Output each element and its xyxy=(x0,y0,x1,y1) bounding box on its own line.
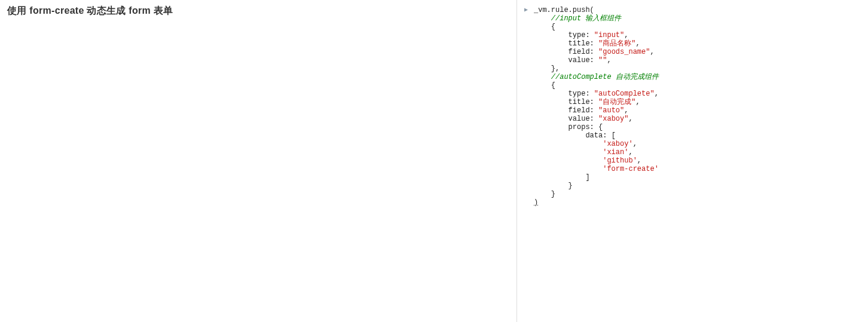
code-token-default: , xyxy=(607,56,611,65)
code-line: }, xyxy=(534,65,860,73)
code-token-default: , xyxy=(635,39,640,48)
code-line: props: { xyxy=(534,123,860,131)
page-title: 使用 form-create 动态生成 form 表单 xyxy=(7,5,509,17)
code-token-default: , xyxy=(624,106,628,115)
code-token-default: title: xyxy=(569,39,598,48)
code-token-default: value: xyxy=(569,56,598,65)
code-line: _vm.rule.push( xyxy=(534,6,860,14)
code-line: ) xyxy=(534,198,860,207)
code-token-default: data: [ xyxy=(585,131,615,140)
code-token-default: type: xyxy=(569,90,594,98)
code-token-string: "autoComplete" xyxy=(594,90,655,98)
code-token-string: "自动完成" xyxy=(598,98,635,106)
code-token-default: { xyxy=(551,23,555,31)
code-token-default: ) xyxy=(534,198,538,207)
code-token-default: , xyxy=(633,140,637,148)
console-panel[interactable]: ▶ _vm.rule.push( //input 输入框组件 { type: "… xyxy=(516,0,868,322)
code-token-comment: //input 输入框组件 xyxy=(551,14,622,23)
code-line: { xyxy=(534,81,860,90)
code-line: //autoComplete 自动完成组件 xyxy=(534,73,860,81)
code-line: value: "", xyxy=(534,56,860,65)
code-token-default: , xyxy=(650,48,654,56)
code-line: title: "自动完成", xyxy=(534,98,860,106)
code-token-default: ] xyxy=(585,173,589,182)
code-token-default: } xyxy=(569,182,573,190)
code-line: ] xyxy=(534,173,860,182)
code-token-default: value: xyxy=(569,115,598,123)
code-token-default: , xyxy=(637,157,641,165)
code-token-string: "goods_name" xyxy=(598,48,650,56)
code-token-string: "xaboy" xyxy=(598,115,628,123)
code-line: field: "goods_name", xyxy=(534,48,860,56)
code-token-default: title: xyxy=(569,98,598,106)
code-token-default: { xyxy=(551,81,555,90)
left-panel: 使用 form-create 动态生成 form 表单 xyxy=(0,0,516,322)
code-line: } xyxy=(534,182,860,190)
code-block: _vm.rule.push( //input 输入框组件 { type: "in… xyxy=(534,6,860,207)
code-token-string: 'xaboy' xyxy=(603,140,632,148)
code-token-default: , xyxy=(635,98,640,106)
code-token-default: , xyxy=(655,90,659,98)
code-token-default: , xyxy=(628,148,632,157)
code-line: 'xaboy', xyxy=(534,140,860,148)
code-line: 'form-create' xyxy=(534,165,860,173)
code-token-default: } xyxy=(551,190,555,198)
code-line: //input 输入框组件 xyxy=(534,14,860,23)
code-line: 'github', xyxy=(534,157,860,165)
code-token-string: 'xian' xyxy=(603,148,628,157)
code-line: field: "auto", xyxy=(534,106,860,115)
code-token-default: props: { xyxy=(569,123,603,131)
code-token-default: , xyxy=(628,115,632,123)
code-token-string: "" xyxy=(598,56,607,65)
code-line: type: "autoComplete", xyxy=(534,90,860,98)
code-token-comment: //autoComplete 自动完成组件 xyxy=(551,73,659,81)
code-line: 'xian', xyxy=(534,148,860,157)
code-line: } xyxy=(534,190,860,198)
code-line: value: "xaboy", xyxy=(534,115,860,123)
code-token-string: 'form-create' xyxy=(603,165,659,173)
code-line: { xyxy=(534,23,860,31)
code-line: type: "input", xyxy=(534,31,860,39)
code-token-string: "auto" xyxy=(598,106,624,115)
code-token-string: "商品名称" xyxy=(598,39,635,48)
code-token-default: field: xyxy=(569,48,598,56)
code-line: title: "商品名称", xyxy=(534,39,860,48)
expand-arrow-icon[interactable]: ▶ xyxy=(524,6,528,14)
code-token-default: }, xyxy=(551,65,560,73)
code-line: data: [ xyxy=(534,131,860,140)
code-token-string: 'github' xyxy=(603,157,637,165)
code-token-string: "input" xyxy=(594,31,624,39)
code-token-default: field: xyxy=(569,106,598,115)
code-token-default: , xyxy=(624,31,628,39)
code-token-default: _vm.rule.push( xyxy=(534,6,594,14)
code-token-default: type: xyxy=(569,31,594,39)
